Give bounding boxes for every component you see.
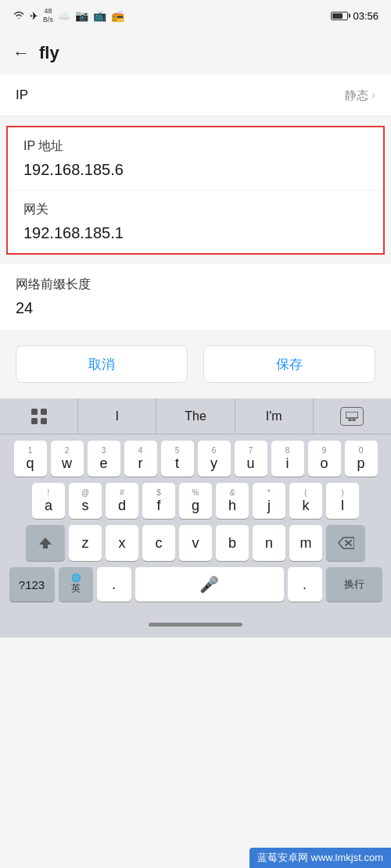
home-bar (149, 623, 242, 627)
key-n[interactable]: n (253, 525, 285, 561)
key-i[interactable]: 8 i (271, 441, 304, 477)
ip-mode-value: 静态 (345, 88, 368, 103)
suggest-i[interactable]: I (78, 398, 156, 434)
app-icon-1: 📷 (75, 9, 88, 22)
keyboard-dismiss-button[interactable] (314, 398, 391, 434)
suggest-the[interactable]: The (156, 398, 235, 434)
key-m[interactable]: m (289, 525, 322, 561)
key-numbers[interactable]: ?123 (9, 567, 55, 602)
ip-address-block[interactable]: IP 地址 192.168.185.6 (8, 127, 383, 191)
svg-rect-0 (31, 409, 38, 415)
key-space[interactable]: 🎤 (135, 567, 284, 602)
prefix-value: 24 (16, 299, 375, 317)
key-t[interactable]: 5 t (161, 441, 194, 477)
keyboard-row-2: ! a @ s # d $ f % g & h * j ( k (3, 483, 388, 519)
key-v[interactable]: v (179, 525, 212, 561)
key-a[interactable]: ! a (32, 483, 65, 519)
keyboard-row-1: 1 q 2 w 3 e 4 r 5 t 6 y 7 u 8 i (3, 441, 388, 477)
svg-rect-2 (31, 418, 38, 424)
shift-key[interactable] (26, 525, 65, 561)
keyboard-row-bottom: ?123 🌐 英 . 🎤 . 换行 (3, 567, 388, 602)
gateway-value: 192.168.185.1 (23, 224, 368, 242)
action-buttons: 取消 保存 (0, 330, 391, 398)
ip-mode-selector[interactable]: 静态 › (345, 88, 375, 103)
svg-rect-4 (346, 412, 358, 418)
key-language[interactable]: 🌐 英 (59, 567, 93, 602)
key-f[interactable]: $ f (142, 483, 175, 519)
key-o[interactable]: 9 o (308, 441, 341, 477)
back-button[interactable]: ← (13, 43, 30, 63)
wifi-icon (13, 10, 25, 22)
ip-address-label: IP 地址 (23, 138, 368, 155)
home-indicator (0, 611, 391, 638)
app-icon-2: 📺 (93, 9, 106, 22)
svg-rect-1 (41, 409, 47, 415)
key-q[interactable]: 1 q (14, 441, 47, 477)
key-z[interactable]: z (69, 525, 102, 561)
prefix-label: 网络前缀长度 (16, 277, 375, 293)
key-k[interactable]: ( k (289, 483, 322, 519)
ip-config-section: IP 地址 192.168.185.6 网关 192.168.185.1 (6, 126, 385, 255)
battery-icon (331, 12, 348, 20)
page-title: fly (39, 43, 59, 63)
key-p[interactable]: 0 p (345, 441, 378, 477)
key-period-2[interactable]: . (288, 567, 322, 602)
key-h[interactable]: & h (216, 483, 249, 519)
key-b[interactable]: b (216, 525, 249, 561)
status-bar: ✈ 48 B/s ☁️ 📷 📺 📻 03:56 (0, 0, 391, 31)
key-return[interactable]: 换行 (326, 567, 382, 602)
key-y[interactable]: 6 y (198, 441, 231, 477)
key-e[interactable]: 3 e (88, 441, 120, 477)
svg-marker-8 (39, 538, 52, 548)
ip-section-label: IP (16, 88, 28, 103)
data-speed: 48 B/s (43, 7, 53, 24)
key-w[interactable]: 2 w (51, 441, 84, 477)
key-c[interactable]: c (142, 525, 175, 561)
airplane-icon: ✈ (30, 10, 38, 22)
suggestion-bar: I The I'm (0, 398, 391, 434)
dismiss-icon (340, 407, 364, 426)
keyboard: 1 q 2 w 3 e 4 r 5 t 6 y 7 u 8 i (0, 434, 391, 611)
key-l[interactable]: ) l (326, 483, 359, 519)
ip-address-value: 192.168.185.6 (23, 161, 368, 179)
keyboard-row-3: z x c v b n m (3, 525, 388, 561)
top-nav: ← fly (0, 31, 391, 75)
ip-mode-row[interactable]: IP 静态 › (0, 75, 391, 116)
weather-icon: ☁️ (58, 10, 70, 22)
prefix-section[interactable]: 网络前缀长度 24 (0, 264, 391, 330)
watermark: 蓝莓安卓网 www.lmkjst.com (249, 848, 391, 868)
keyboard-grid-button[interactable] (0, 398, 78, 434)
status-right: 03:56 (331, 10, 378, 22)
content-area: IP 静态 › IP 地址 192.168.185.6 网关 192.168.1… (0, 75, 391, 398)
app-icon-3: 📻 (111, 9, 124, 22)
key-period-label: . (112, 577, 116, 593)
suggest-im[interactable]: I'm (235, 398, 314, 434)
time-display: 03:56 (353, 10, 378, 22)
svg-rect-3 (41, 418, 47, 424)
key-r[interactable]: 4 r (124, 441, 157, 477)
status-left: ✈ 48 B/s ☁️ 📷 📺 📻 (13, 7, 124, 24)
key-d[interactable]: # d (106, 483, 138, 519)
key-numbers-label: ?123 (19, 578, 45, 591)
key-g[interactable]: % g (179, 483, 212, 519)
key-lang-label: 英 (71, 582, 81, 595)
gateway-label: 网关 (23, 202, 368, 218)
key-j[interactable]: * j (253, 483, 285, 519)
save-button[interactable]: 保存 (203, 345, 375, 383)
key-x[interactable]: x (106, 525, 138, 561)
key-u[interactable]: 7 u (235, 441, 267, 477)
key-s[interactable]: @ s (69, 483, 102, 519)
gateway-block[interactable]: 网关 192.168.185.1 (8, 191, 383, 253)
key-period[interactable]: . (97, 567, 131, 602)
key-mic-icon: 🎤 (199, 575, 219, 594)
cancel-button[interactable]: 取消 (16, 345, 188, 383)
chevron-right-icon: › (371, 88, 375, 102)
delete-key[interactable] (326, 525, 365, 561)
key-return-label: 换行 (344, 577, 364, 591)
